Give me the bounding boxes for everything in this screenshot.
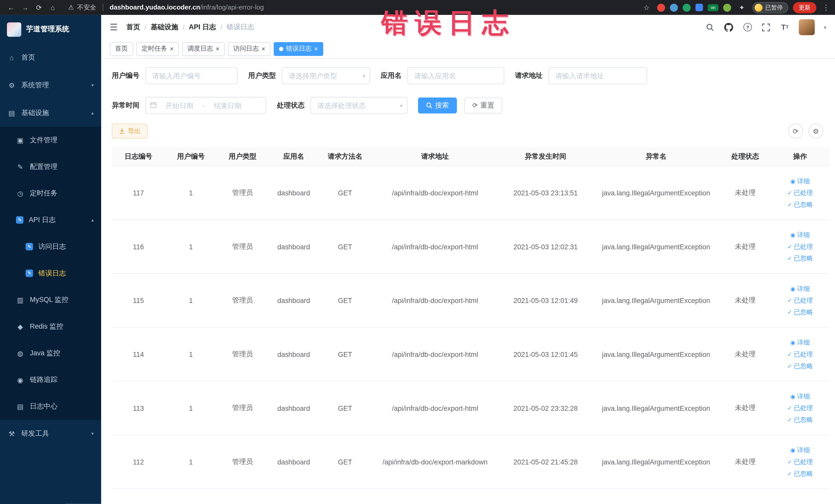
sidebar-item-trace[interactable]: ◉ 链路追踪 [0, 366, 101, 393]
sidebar-item-scheduled-tasks[interactable]: ◷ 定时任务 [0, 180, 101, 207]
process-status-select[interactable] [310, 97, 407, 114]
sidebar-item-label: 定时任务 [30, 188, 58, 198]
cell-time: 2021-05-03 23:13:51 [499, 189, 592, 197]
app-logo[interactable]: 芋道管理系统 [0, 15, 101, 44]
ignored-link[interactable]: ✓已忽略 [787, 254, 813, 263]
sidebar-item-mysql-monitor[interactable]: ▥ MySQL 监控 [0, 286, 101, 313]
fullscreen-icon[interactable] [761, 22, 771, 32]
breadcrumb-item[interactable]: 基础设施 [151, 22, 178, 32]
processed-link[interactable]: ✓已处理 [787, 350, 813, 359]
sidebar-item-file-management[interactable]: ▣ 文件管理 [0, 127, 101, 154]
cell-log-id: 114 [112, 350, 165, 358]
file-icon: ▣ [16, 136, 24, 144]
sidebar-item-home[interactable]: ⌂ 首页 [0, 44, 101, 72]
sidebar-item-system-management[interactable]: ⚙ 系统管理 ▾ [0, 72, 101, 99]
breadcrumb-item[interactable]: API 日志 [189, 22, 216, 32]
table-row: 115 1 管理员 dashboard GET /api/infra/db-do… [112, 274, 830, 328]
browser-menu-icon[interactable]: ⋮ [822, 3, 830, 12]
help-icon[interactable]: ? [743, 22, 752, 32]
detail-link[interactable]: ◉详细 [790, 445, 810, 455]
profile-paused-chip[interactable]: 已暂停 [752, 2, 788, 13]
processed-link[interactable]: ✓已处理 [787, 188, 813, 197]
close-icon[interactable]: × [314, 45, 318, 52]
sidebar-item-dev-tools[interactable]: ⚒ 研发工具 ▾ [0, 420, 101, 447]
home-icon[interactable]: ⌂ [47, 2, 59, 13]
ignored-link[interactable]: ✓已忽略 [787, 362, 813, 370]
font-size-icon[interactable]: TT [780, 22, 790, 32]
sidebar-item-access-log[interactable]: ✎ 访问日志 [0, 234, 101, 260]
processed-link[interactable]: ✓已处理 [787, 296, 813, 305]
app-name-input[interactable] [407, 67, 504, 84]
extension-leaf-icon[interactable] [723, 3, 731, 11]
extension-red-icon[interactable] [657, 3, 665, 11]
address-bar[interactable]: dashboard.yudao.iocoder.cn/infra/log/api… [109, 4, 264, 11]
tab-error-log[interactable]: 错误日志 × [273, 42, 323, 56]
sidebar-item-error-log[interactable]: ✎ 错误日志 [0, 260, 101, 286]
cell-status: 未处理 [720, 403, 771, 412]
site-security[interactable]: ⚠ 不安全 [68, 3, 96, 12]
detail-link[interactable]: ◉详细 [790, 177, 810, 186]
detail-link[interactable]: ◉详细 [790, 392, 810, 401]
detail-link[interactable]: ◉详细 [790, 338, 810, 347]
search-icon[interactable] [706, 22, 715, 32]
close-icon[interactable]: × [216, 45, 220, 52]
ignored-link[interactable]: ✓已忽略 [787, 469, 813, 478]
filter-label: 请求地址 [515, 71, 543, 80]
collapse-sidebar-icon[interactable]: ☰ [109, 22, 118, 33]
ignored-link[interactable]: ✓已忽略 [787, 308, 813, 317]
processed-link[interactable]: ✓已处理 [787, 242, 813, 251]
start-date-input[interactable] [159, 101, 200, 109]
date-range-picker[interactable]: - [145, 97, 266, 114]
log-center-icon: ▤ [16, 402, 24, 410]
avatar-caret-down-icon[interactable]: ▾ [824, 24, 826, 30]
ignored-link[interactable]: ✓已忽略 [787, 200, 813, 209]
logo-image [7, 22, 21, 37]
extension-on-badge[interactable]: on [708, 4, 718, 11]
tab-access-log[interactable]: 访问日志 × [228, 42, 270, 56]
ignored-link[interactable]: ✓已忽略 [787, 415, 813, 424]
refresh-table-button[interactable]: ⟳ [788, 123, 803, 138]
refresh-icon[interactable]: ⟳ [33, 2, 45, 13]
tab-scheduled-tasks[interactable]: 定时任务 × [136, 42, 179, 56]
filter-row-2: 异常时间 - 处理状态 ▾ [112, 97, 824, 114]
user-type-select[interactable] [282, 67, 370, 84]
detail-link[interactable]: ◉详细 [790, 284, 810, 293]
extensions-puzzle-icon[interactable]: ✦ [736, 2, 748, 13]
breadcrumb-item[interactable]: 首页 [126, 22, 140, 32]
sidebar-item-api-logs[interactable]: ✎ API 日志 ▴ [0, 207, 101, 234]
sidebar-item-log-center[interactable]: ▤ 日志中心 [0, 393, 101, 420]
bookmark-star-icon[interactable]: ☆ [641, 2, 652, 13]
user-id-input[interactable] [145, 67, 238, 84]
close-icon[interactable]: × [170, 45, 174, 52]
eye-icon: ◉ [790, 231, 795, 238]
reset-button[interactable]: ⟳ 重置 [464, 98, 502, 114]
export-button[interactable]: 导出 [112, 123, 148, 138]
cell-app-name: dashboard [268, 189, 319, 197]
tab-home[interactable]: 首页 [109, 42, 133, 56]
user-avatar[interactable] [799, 19, 815, 35]
processed-link[interactable]: ✓已处理 [787, 404, 813, 412]
tab-schedule-log[interactable]: 调度日志 × [182, 42, 225, 56]
column-settings-button[interactable]: ⚙ [808, 123, 823, 138]
sidebar-item-config-management[interactable]: ✎ 配置管理 [0, 153, 101, 180]
detail-link[interactable]: ◉详细 [790, 230, 810, 239]
forward-icon[interactable]: → [19, 2, 31, 13]
sidebar-item-java-monitor[interactable]: ◍ Java 监控 [0, 340, 101, 367]
cell-user-type: 管理员 [217, 242, 268, 251]
github-icon[interactable] [724, 22, 734, 32]
request-url-input[interactable] [549, 67, 647, 84]
extension-grid-icon[interactable] [695, 4, 703, 11]
sidebar-item-label: API 日志 [29, 215, 56, 225]
close-icon[interactable]: × [262, 45, 265, 52]
update-button[interactable]: 更新 [793, 2, 816, 13]
table-row: 117 1 管理员 dashboard GET /api/infra/db-do… [112, 166, 830, 220]
search-button[interactable]: 搜索 [418, 98, 457, 114]
sidebar-item-infrastructure[interactable]: ▤ 基础设施 ▴ [0, 99, 101, 127]
extension-green-icon[interactable] [683, 3, 691, 11]
sidebar-item-redis-monitor[interactable]: ◆ Redis 监控 [0, 313, 101, 340]
processed-link[interactable]: ✓已处理 [787, 457, 813, 466]
extension-blue-drop-icon[interactable] [670, 3, 678, 11]
back-icon[interactable]: ← [5, 2, 17, 13]
cell-exception: java.lang.IllegalArgumentException [592, 297, 720, 304]
end-date-input[interactable] [207, 101, 248, 109]
